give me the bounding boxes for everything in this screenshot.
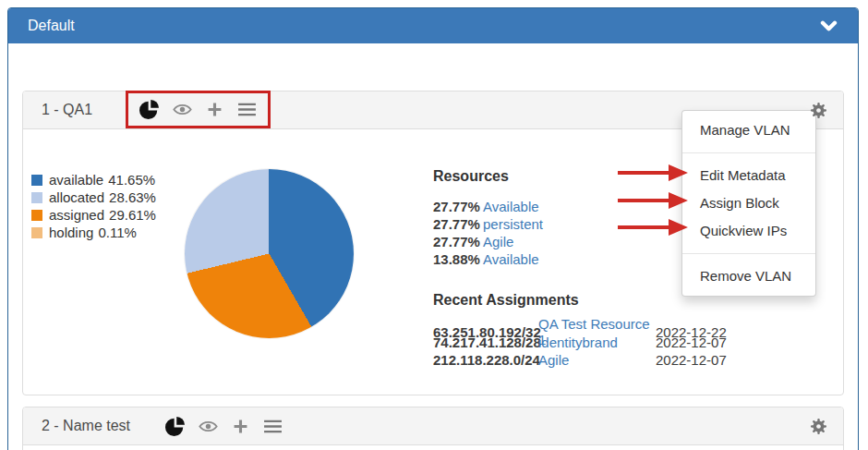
pie-chart-icon[interactable]: [165, 417, 185, 436]
resource-link[interactable]: persistent: [483, 216, 543, 232]
plus-icon[interactable]: [232, 418, 249, 435]
vlan-panel-2-header: 2 - Name test: [23, 407, 843, 445]
menu-divider: [682, 152, 815, 153]
legend-label: available: [49, 172, 103, 188]
assignment-cidr: 212.118.228.0/24: [433, 352, 538, 368]
vlan-panel-1-toolbar-highlight-box: [126, 91, 271, 128]
assignment-date: 2022-12-07: [656, 352, 727, 368]
legend-value: 28.63%: [109, 189, 156, 205]
legend-label: holding: [49, 225, 93, 240]
group-header[interactable]: Default: [8, 8, 858, 43]
vlan-panel-2-body: [23, 445, 843, 450]
resource-link[interactable]: Available: [483, 251, 539, 267]
menu-item-assign-block[interactable]: Assign Block: [682, 189, 815, 217]
resource-pct: 27.77%: [433, 234, 483, 249]
menu-item-quickview-ips[interactable]: Quickview IPs: [682, 217, 815, 245]
menu-divider: [682, 253, 815, 254]
legend-label: allocated: [49, 189, 104, 205]
menu-icon[interactable]: [237, 102, 257, 117]
assignment-row: 74.217.41.128/28 identitybrand 2022-12-0…: [433, 334, 727, 351]
legend-label: assigned: [49, 207, 104, 223]
resource-pct: 13.88%: [433, 251, 483, 267]
vlan-panel-2: 2 - Name test: [22, 407, 844, 450]
legend-value: 41.65%: [108, 172, 155, 188]
assignment-date: 2022-12-07: [656, 334, 727, 350]
legend-swatch-holding: [31, 227, 42, 238]
resource-link[interactable]: Agile: [483, 234, 513, 249]
legend-item: holding 0.11%: [31, 224, 156, 241]
menu-icon[interactable]: [263, 419, 283, 434]
vlan-actions-menu: Manage VLAN Edit Metadata Assign Block Q…: [681, 110, 816, 297]
eye-icon[interactable]: [173, 103, 192, 116]
resource-pct: 27.77%: [433, 216, 483, 232]
annotation-arrow-assign-block: [618, 192, 688, 209]
vlan-panel-2-toolbar: [154, 407, 294, 445]
gear-icon[interactable]: [809, 417, 828, 436]
plus-icon[interactable]: [206, 101, 223, 118]
menu-item-remove-vlan[interactable]: Remove VLAN: [682, 262, 815, 290]
chevron-down-icon[interactable]: [820, 19, 838, 32]
group-title: Default: [28, 18, 75, 34]
legend-value: 29.61%: [109, 207, 156, 223]
resource-pct: 27.77%: [433, 199, 483, 214]
menu-item-edit-metadata[interactable]: Edit Metadata: [682, 162, 815, 189]
assignment-row: 63.251.80.192/32 QA Test Resource 1 2022…: [433, 316, 727, 334]
annotation-arrow-edit-metadata: [618, 164, 688, 181]
resource-link[interactable]: Available: [483, 199, 539, 214]
annotation-arrow-quickview-ips: [618, 219, 688, 236]
legend-item: assigned 29.61%: [31, 206, 156, 224]
pie-legend: available 41.65% allocated 28.63% assign…: [31, 171, 156, 241]
legend-item: available 41.65%: [31, 171, 156, 189]
utilization-pie-chart: [185, 169, 354, 338]
assignment-resource-link[interactable]: Agile: [538, 352, 656, 368]
pie-chart-icon[interactable]: [139, 100, 159, 119]
assignment-cidr: 74.217.41.128/28: [433, 334, 538, 350]
assignment-row: 212.118.228.0/24 Agile 2022-12-07: [433, 351, 727, 369]
menu-item-manage-vlan[interactable]: Manage VLAN: [682, 116, 815, 144]
legend-value: 0.11%: [98, 225, 136, 240]
legend-swatch-available: [31, 175, 42, 186]
legend-item: allocated 28.63%: [31, 189, 156, 206]
vlan-panel-1-title: 1 - QA1: [42, 102, 92, 118]
recent-assignments-list: 63.251.80.192/32 QA Test Resource 1 2022…: [433, 316, 727, 369]
eye-icon[interactable]: [199, 420, 218, 433]
legend-swatch-allocated: [31, 192, 42, 203]
legend-swatch-assigned: [31, 210, 42, 221]
vlan-panel-2-title: 2 - Name test: [42, 418, 130, 434]
gear-icon[interactable]: [809, 101, 828, 120]
assignment-resource-link[interactable]: identitybrand: [538, 334, 656, 350]
